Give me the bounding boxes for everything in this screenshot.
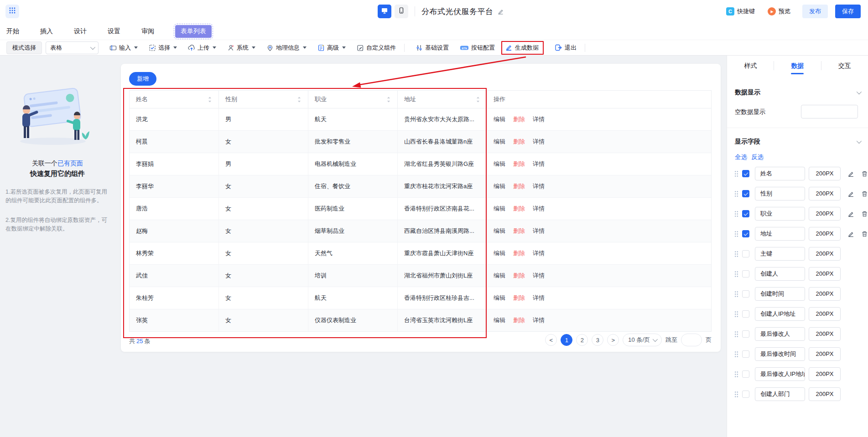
panel-tab-交互[interactable]: 交互 bbox=[821, 56, 868, 76]
field-checkbox[interactable] bbox=[742, 190, 749, 197]
action-删除[interactable]: 删除 bbox=[513, 115, 525, 123]
field-checkbox[interactable] bbox=[742, 330, 749, 338]
field-name-input[interactable]: 姓名 bbox=[755, 167, 805, 180]
drag-handle-icon[interactable] bbox=[734, 351, 738, 358]
empty-data-input[interactable] bbox=[801, 105, 858, 118]
action-删除[interactable]: 删除 bbox=[513, 272, 525, 280]
action-删除[interactable]: 删除 bbox=[513, 316, 525, 324]
field-width-input[interactable]: 200PX bbox=[809, 267, 841, 281]
drag-handle-icon[interactable] bbox=[734, 231, 738, 237]
page-size-select[interactable]: 10 条/页 bbox=[623, 334, 662, 346]
action-详情[interactable]: 详情 bbox=[533, 227, 545, 235]
edit-pencil-icon[interactable] bbox=[847, 231, 854, 237]
field-name-input[interactable]: 地址 bbox=[755, 227, 805, 241]
action-详情[interactable]: 详情 bbox=[533, 115, 545, 123]
trash-icon[interactable] bbox=[861, 170, 868, 177]
field-checkbox[interactable] bbox=[742, 250, 749, 257]
jump-page-input[interactable] bbox=[681, 334, 702, 346]
toolbar-高级[interactable]: 高级 bbox=[317, 44, 346, 52]
action-删除[interactable]: 删除 bbox=[513, 227, 525, 235]
action-详情[interactable]: 详情 bbox=[533, 272, 545, 280]
toolbar-自定义组件[interactable]: 自定义组件 bbox=[357, 44, 396, 52]
field-name-input[interactable]: 创建人IP地址 bbox=[755, 307, 805, 321]
action-详情[interactable]: 详情 bbox=[533, 205, 545, 213]
field-checkbox[interactable] bbox=[742, 290, 749, 298]
drag-handle-icon[interactable] bbox=[734, 291, 738, 298]
column-header-操作[interactable]: 操作 bbox=[487, 91, 711, 108]
field-checkbox[interactable] bbox=[742, 391, 749, 398]
drag-handle-icon[interactable] bbox=[734, 331, 738, 338]
field-name-input[interactable]: 创建时间 bbox=[755, 287, 805, 301]
sort-icon[interactable] bbox=[476, 96, 480, 103]
field-name-input[interactable]: 创建人部门 bbox=[755, 387, 805, 401]
action-删除[interactable]: 删除 bbox=[513, 294, 525, 302]
action-详情[interactable]: 详情 bbox=[533, 294, 545, 302]
field-width-input[interactable]: 200PX bbox=[809, 327, 841, 341]
drag-handle-icon[interactable] bbox=[734, 271, 738, 278]
field-checkbox[interactable] bbox=[742, 230, 749, 237]
action-编辑[interactable]: 编辑 bbox=[494, 138, 505, 146]
drag-handle-icon[interactable] bbox=[734, 311, 738, 318]
column-header-地址[interactable]: 地址 bbox=[398, 91, 487, 108]
field-width-input[interactable]: 200PX bbox=[809, 187, 841, 201]
page-button-3[interactable]: 3 bbox=[592, 334, 603, 346]
drag-handle-icon[interactable] bbox=[734, 251, 738, 257]
action-删除[interactable]: 删除 bbox=[513, 182, 525, 190]
field-name-input[interactable]: 最后修改时间 bbox=[755, 347, 805, 361]
field-width-input[interactable]: 200PX bbox=[809, 367, 841, 381]
field-checkbox[interactable] bbox=[742, 310, 749, 318]
action-详情[interactable]: 详情 bbox=[533, 182, 545, 190]
toolbar-基础设置[interactable]: 基础设置 bbox=[416, 44, 449, 52]
prev-page-button[interactable]: < bbox=[545, 334, 557, 346]
action-编辑[interactable]: 编辑 bbox=[494, 160, 505, 168]
column-header-性别[interactable]: 性别 bbox=[219, 91, 308, 108]
edit-title-icon[interactable] bbox=[497, 8, 504, 15]
action-详情[interactable]: 详情 bbox=[533, 249, 545, 257]
action-详情[interactable]: 详情 bbox=[533, 316, 545, 324]
toolbar-生成数据[interactable]: 生成数据 bbox=[505, 44, 539, 52]
column-header-姓名[interactable]: 姓名 bbox=[130, 91, 219, 108]
chevron-down-icon[interactable] bbox=[857, 139, 862, 144]
field-width-input[interactable]: 200PX bbox=[809, 347, 841, 361]
tab-插入[interactable]: 插入 bbox=[40, 27, 53, 36]
edit-pencil-icon[interactable] bbox=[847, 170, 854, 177]
add-button[interactable]: 新增 bbox=[129, 72, 156, 86]
desktop-view-button[interactable] bbox=[378, 5, 391, 18]
mobile-view-button[interactable] bbox=[395, 5, 408, 18]
invert-select-link[interactable]: 反选 bbox=[751, 153, 764, 161]
drag-handle-icon[interactable] bbox=[734, 211, 738, 217]
toolbar-上传[interactable]: 上传 bbox=[188, 44, 216, 52]
field-name-input[interactable]: 创建人 bbox=[755, 267, 805, 281]
field-name-input[interactable]: 最后修改人IP地址 bbox=[755, 367, 805, 381]
trash-icon[interactable] bbox=[861, 190, 868, 197]
action-详情[interactable]: 详情 bbox=[533, 138, 545, 146]
apps-grid-button[interactable] bbox=[5, 5, 19, 18]
panel-tab-数据[interactable]: 数据 bbox=[774, 56, 821, 76]
panel-tab-样式[interactable]: 样式 bbox=[727, 56, 774, 76]
action-编辑[interactable]: 编辑 bbox=[494, 272, 505, 280]
field-checkbox[interactable] bbox=[742, 350, 749, 358]
publish-button[interactable]: 发布 bbox=[802, 5, 828, 18]
tab-设计[interactable]: 设计 bbox=[74, 27, 87, 36]
tab-开始[interactable]: 开始 bbox=[6, 27, 19, 36]
toolbar-按钮配置[interactable]: BTN按钮配置 bbox=[460, 44, 495, 52]
field-name-input[interactable]: 最后修改人 bbox=[755, 327, 805, 341]
field-width-input[interactable]: 200PX bbox=[809, 287, 841, 301]
action-编辑[interactable]: 编辑 bbox=[494, 115, 505, 123]
action-详情[interactable]: 详情 bbox=[533, 160, 545, 168]
edit-pencil-icon[interactable] bbox=[847, 190, 854, 197]
drag-handle-icon[interactable] bbox=[734, 170, 738, 177]
field-name-input[interactable]: 主键 bbox=[755, 247, 805, 261]
component-type-select[interactable]: 表格 bbox=[46, 41, 99, 54]
action-删除[interactable]: 删除 bbox=[513, 205, 525, 213]
field-name-input[interactable]: 职业 bbox=[755, 207, 805, 221]
action-编辑[interactable]: 编辑 bbox=[494, 182, 505, 190]
field-checkbox[interactable] bbox=[742, 170, 749, 177]
page-button-2[interactable]: 2 bbox=[576, 334, 588, 346]
drag-handle-icon[interactable] bbox=[734, 391, 738, 398]
save-button[interactable]: 保存 bbox=[835, 5, 861, 18]
tab-设置[interactable]: 设置 bbox=[108, 27, 120, 36]
action-编辑[interactable]: 编辑 bbox=[494, 316, 505, 324]
select-all-link[interactable]: 全选 bbox=[735, 153, 747, 161]
toolbar-选择[interactable]: 选择 bbox=[149, 44, 177, 52]
